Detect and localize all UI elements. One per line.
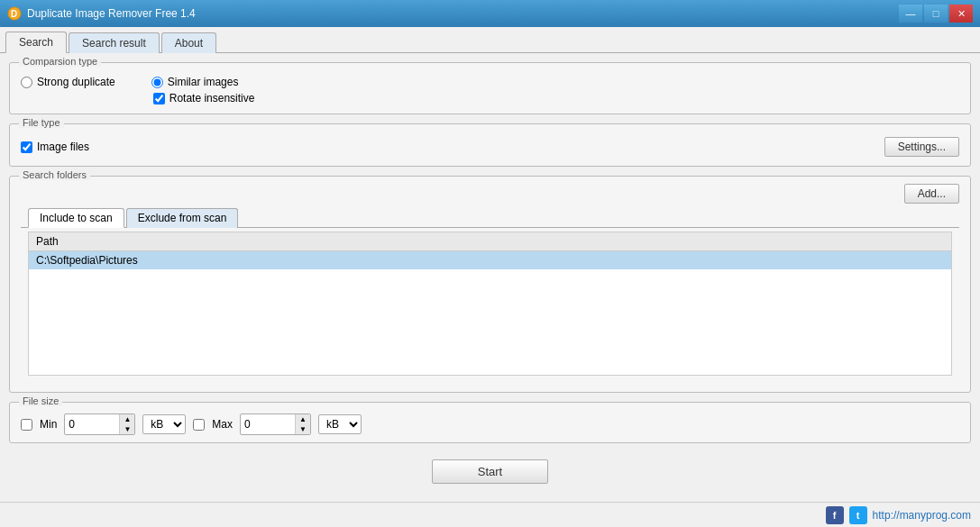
facebook-icon[interactable]: f xyxy=(826,506,844,524)
min-value-input-wrap: ▲ ▼ xyxy=(64,413,135,435)
tab-search[interactable]: Search xyxy=(5,32,67,53)
path-list-area: Path C:\Softpedia\Pictures xyxy=(28,232,952,376)
filesize-section: File size Min ▲ ▼ kB B MB Max xyxy=(9,402,971,443)
min-checkbox[interactable] xyxy=(21,419,32,431)
max-checkbox[interactable] xyxy=(193,419,205,431)
similar-images-option: Similar images xyxy=(151,76,255,88)
settings-button[interactable]: Settings... xyxy=(884,137,959,157)
add-folder-button[interactable]: Add... xyxy=(904,184,959,204)
path-list-item[interactable]: C:\Softpedia\Pictures xyxy=(29,251,951,269)
strong-duplicate-label[interactable]: Strong duplicate xyxy=(37,76,115,88)
max-unit-select[interactable]: kB B MB xyxy=(318,414,362,434)
max-spin-down[interactable]: ▼ xyxy=(296,424,310,434)
similar-col: Similar images Rotate insensitive xyxy=(151,76,255,104)
filetype-section: File type Image files Settings... xyxy=(9,123,971,167)
image-files-checkbox[interactable] xyxy=(21,141,32,153)
comparison-options: Strong duplicate Similar images Rotate i… xyxy=(21,76,959,104)
strong-duplicate-option: Strong duplicate xyxy=(21,76,115,88)
min-label[interactable]: Min xyxy=(40,418,57,431)
rotate-insensitive-label[interactable]: Rotate insensitive xyxy=(169,92,255,104)
title-bar-left: D Duplicate Image Remover Free 1.4 xyxy=(7,6,196,21)
app-title: Duplicate Image Remover Free 1.4 xyxy=(27,7,196,20)
tab-search-result[interactable]: Search result xyxy=(69,32,160,53)
tab-bar: Search Search result About xyxy=(0,27,980,53)
path-column-header: Path xyxy=(29,232,951,251)
minimize-button[interactable]: — xyxy=(899,5,922,23)
exclude-scan-tab[interactable]: Exclude from scan xyxy=(126,208,239,228)
include-scan-tab[interactable]: Include to scan xyxy=(28,208,124,228)
max-value-input-wrap: ▲ ▼ xyxy=(240,413,311,435)
filetype-left: Image files xyxy=(21,141,89,153)
scan-tab-bar: Include to scan Exclude from scan xyxy=(21,207,959,228)
max-value-input[interactable] xyxy=(241,416,295,432)
min-spin-down[interactable]: ▼ xyxy=(120,424,134,434)
rotate-insensitive-row: Rotate insensitive xyxy=(153,92,255,104)
twitter-icon[interactable]: t xyxy=(849,506,867,524)
min-unit-select[interactable]: kB B MB xyxy=(142,414,186,434)
svg-text:D: D xyxy=(11,9,17,19)
search-folders-label: Search folders xyxy=(19,169,90,180)
tab-about[interactable]: About xyxy=(161,32,216,53)
filesize-section-label: File size xyxy=(19,395,62,406)
similar-images-label[interactable]: Similar images xyxy=(168,76,239,88)
title-bar: D Duplicate Image Remover Free 1.4 — □ ✕ xyxy=(0,0,980,27)
window-body: Search Search result About Comparsion ty… xyxy=(0,27,980,527)
website-link[interactable]: http://manyprog.com xyxy=(873,509,971,522)
comparison-label: Comparsion type xyxy=(19,56,101,67)
max-spin-up[interactable]: ▲ xyxy=(296,414,310,424)
comparison-section: Comparsion type Strong duplicate Similar… xyxy=(9,62,971,114)
close-button[interactable]: ✕ xyxy=(949,5,973,23)
start-button[interactable]: Start xyxy=(432,459,548,484)
status-bar: f t http://manyprog.com xyxy=(0,502,980,527)
similar-images-radio[interactable] xyxy=(151,77,163,88)
filetype-section-label: File type xyxy=(19,117,64,128)
tab-content: Comparsion type Strong duplicate Similar… xyxy=(0,53,980,502)
min-spin-up[interactable]: ▲ xyxy=(120,414,134,424)
filesize-row: Min ▲ ▼ kB B MB Max xyxy=(21,413,959,435)
start-bar: Start xyxy=(9,452,971,491)
rotate-insensitive-checkbox[interactable] xyxy=(153,93,165,104)
min-value-input[interactable] xyxy=(65,416,119,432)
app-icon: D xyxy=(7,6,22,21)
image-files-label[interactable]: Image files xyxy=(37,141,89,153)
min-spin-buttons: ▲ ▼ xyxy=(119,414,134,434)
search-folders-section: Search folders Add... Include to scan Ex… xyxy=(9,176,971,393)
filetype-row: Image files Settings... xyxy=(21,137,959,157)
max-spin-buttons: ▲ ▼ xyxy=(295,414,310,434)
strong-duplicate-radio[interactable] xyxy=(21,77,32,88)
maximize-button[interactable]: □ xyxy=(924,5,948,23)
window-controls: — □ ✕ xyxy=(899,5,973,23)
max-label[interactable]: Max xyxy=(212,418,233,431)
